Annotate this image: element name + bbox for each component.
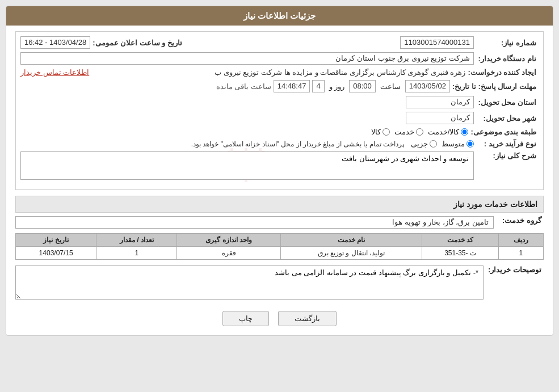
- radio-jozei-item: جزیی: [411, 140, 437, 148]
- col-unit: واحد اندازه گیری: [177, 234, 280, 247]
- col-date: تاریخ نیاز: [16, 234, 96, 247]
- ostan-label: استان محل تحویل:: [476, 98, 539, 107]
- mohlat-date: 1403/05/02: [405, 80, 450, 92]
- shahr-value: کرمان: [406, 112, 474, 124]
- nam-dastgah-row: نام دستگاه خریدار: شرکت توزیع نیروی برق …: [20, 52, 539, 65]
- table-cell: ت -35-351: [422, 247, 498, 260]
- roz-label: روز و: [329, 82, 345, 91]
- radio-motevaset[interactable]: [466, 140, 474, 147]
- saat-label: ساعت: [380, 82, 401, 91]
- col-name: نام خدمت: [280, 234, 422, 247]
- radio-kala[interactable]: [383, 128, 390, 136]
- sharh-section: شرح کلی نیاز: 🛡: [20, 151, 539, 182]
- table-row: 1ت -35-351تولید، انتقال و توزیع برقفقره1…: [16, 247, 544, 260]
- remaining-label: ساعت باقی مانده: [216, 82, 271, 91]
- table-cell: تولید، انتقال و توزیع برق: [280, 247, 422, 260]
- ostan-row: استان محل تحویل: کرمان: [20, 96, 539, 108]
- ostan-value: کرمان: [406, 96, 474, 108]
- tarikh-label: تاریخ و ساعت اعلان عمومی:: [93, 39, 184, 47]
- table-cell: فقره: [177, 247, 280, 260]
- buttons-row: بازگشت چاپ: [15, 305, 544, 330]
- radio-jozei[interactable]: [430, 140, 437, 147]
- radio-khedmat-label: خدمت: [394, 128, 414, 136]
- radio-kala-khedmat[interactable]: [461, 128, 468, 136]
- tabaqe-row: طبقه بندی موضوعی: کالا/خدمت خدمت کالا: [20, 128, 539, 136]
- mohlat-row: مهلت ارسال پاسخ: تا تاریخ: 1403/05/02 سا…: [20, 80, 539, 92]
- col-code: کد خدمت: [422, 234, 498, 247]
- nav-description: پرداخت تمام یا بخشی از مبلغ خریدار از مح…: [191, 140, 404, 148]
- back-button[interactable]: بازگشت: [278, 311, 337, 326]
- radio-motevaset-label: متوسط: [442, 140, 465, 148]
- radio-jozei-label: جزیی: [411, 140, 428, 148]
- tabaqe-label: طبقه بندی موضوعی:: [470, 128, 539, 136]
- page-title: جزئیات اطلاعات نیاز: [6, 6, 553, 26]
- ijad-konande-label: ایجاد کننده درخواست:: [468, 68, 539, 77]
- table-cell: 1: [498, 247, 543, 260]
- shomara-tarikh-row: شماره نیاز: 1103001574000131 تاریخ و ساع…: [20, 36, 539, 49]
- radio-kala-label: کالا: [371, 128, 381, 136]
- mohlat-label: مهلت ارسال پاسخ: تا تاریخ:: [452, 82, 539, 91]
- tosiyeh-label: توصیحات خریدار:: [488, 265, 544, 274]
- radio-kala-khedmat-label: کالا/خدمت: [428, 128, 460, 136]
- table-cell: 1403/07/15: [16, 247, 96, 260]
- services-table: ردیف کد خدمت نام خدمت واحد اندازه گیری ت…: [15, 233, 544, 260]
- tosiyeh-textarea[interactable]: [15, 265, 484, 300]
- nav-farayand-row: نوع فرآیند خرید : متوسط جزیی پرداخت تمام…: [20, 140, 539, 148]
- tabaqe-radio-group: کالا/خدمت خدمت کالا: [371, 128, 469, 136]
- radio-khedmat-item: خدمت: [394, 128, 423, 136]
- sharh-label: شرح کلی نیاز:: [476, 151, 539, 160]
- ijad-konande-value: زهره فنبری گوهری کارشناس برگزاری مناقصات…: [91, 68, 465, 77]
- shomara-niaz-label: شماره نیاز:: [476, 39, 539, 47]
- nam-dastgah-label: نام دستگاه خریدار:: [476, 54, 539, 63]
- table-cell: 1: [96, 247, 177, 260]
- col-radif: ردیف: [498, 234, 543, 247]
- radio-kala-item: کالا: [371, 128, 390, 136]
- shahr-label: شهر محل تحویل:: [476, 114, 539, 123]
- nav-radio-group: متوسط جزیی: [411, 140, 474, 148]
- grouh-khedmat-value: تامین برق، گاز، بخار و تهویه هوا: [15, 216, 494, 229]
- nam-dastgah-value: شرکت توزیع نیروی برق جنوب استان کرمان: [20, 52, 474, 65]
- services-section: گروه خدمت: تامین برق، گاز، بخار و تهویه …: [15, 216, 544, 260]
- contact-info-link[interactable]: اطلاعات تماس خریدار: [20, 68, 89, 77]
- info-section: شماره نیاز: 1103001574000131 تاریخ و ساع…: [15, 31, 544, 190]
- tarikh-value: 1403/04/28 - 16:42: [20, 36, 90, 49]
- mohlat-roz: 4: [312, 80, 324, 92]
- shomara-niaz-value: 1103001574000131: [400, 36, 474, 49]
- col-qty: تعداد / مقدار: [96, 234, 177, 247]
- nav-farayand-label: نوع فرآیند خرید :: [476, 140, 539, 148]
- tosiyeh-section: توصیحات خریدار:: [15, 265, 544, 300]
- print-button[interactable]: چاپ: [222, 311, 269, 326]
- mohlat-time: 14:48:47: [274, 80, 310, 92]
- radio-motevaset-item: متوسط: [442, 140, 474, 148]
- services-section-header: اطلاعات خدمات مورد نیاز: [15, 196, 544, 213]
- shahr-row: شهر محل تحویل: کرمان: [20, 112, 539, 124]
- ijad-konande-row: ایجاد کننده درخواست: زهره فنبری گوهری کا…: [20, 68, 539, 77]
- radio-kala-khedmat-item: کالا/خدمت: [428, 128, 469, 136]
- grouh-khedmat-row: گروه خدمت: تامین برق، گاز، بخار و تهویه …: [15, 216, 544, 229]
- mohlat-saat: 08:00: [349, 80, 376, 92]
- sharh-textarea[interactable]: [20, 151, 474, 180]
- grouh-khedmat-label: گروه خدمت:: [498, 216, 544, 225]
- radio-khedmat[interactable]: [416, 128, 423, 136]
